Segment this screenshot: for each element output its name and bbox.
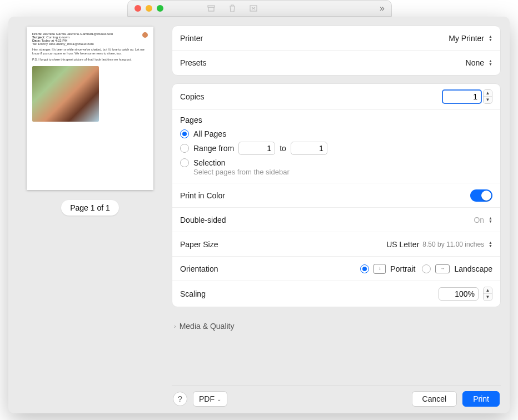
copies-step-down[interactable]: ▼ <box>484 97 492 103</box>
trash-icon <box>227 3 238 14</box>
printer-presets-card: Printer My Printer ▲▼ Presets None ▲▼ <box>172 26 501 76</box>
pages-section: Pages All Pages Range from to Selection <box>172 110 500 183</box>
popup-arrows-icon: ▲▼ <box>489 35 492 42</box>
copies-label: Copies <box>180 92 205 101</box>
preview-photo <box>32 66 99 122</box>
minimize-window-button[interactable] <box>146 5 152 12</box>
paper-size-label: Paper Size <box>180 240 218 249</box>
copies-stepper[interactable]: ▲ ▼ <box>442 89 492 104</box>
paper-size-value: US Letter <box>386 240 419 249</box>
help-button[interactable]: ? <box>173 392 187 406</box>
presets-label: Presets <box>180 58 206 67</box>
popup-arrows-icon: ▲▼ <box>489 59 492 66</box>
print-dialog-sheet: From: Jasmine Garcia Jasmine.Garcia01@ic… <box>8 17 510 413</box>
radio-unchecked-icon <box>422 264 431 273</box>
junk-icon <box>248 3 259 14</box>
pdf-label: PDF <box>199 394 215 403</box>
radio-unchecked-icon <box>180 144 189 153</box>
scaling-label: Scaling <box>180 289 206 298</box>
page-counter: Page 1 of 1 <box>61 200 119 216</box>
chevron-down-icon: ⌄ <box>217 396 221 402</box>
dialog-bottom-bar: ? PDF ⌄ Cancel Print <box>172 385 501 413</box>
print-button[interactable]: Print <box>462 391 500 407</box>
range-to-label: to <box>280 144 286 153</box>
scaling-step-down[interactable]: ▼ <box>484 294 492 301</box>
landscape-label: Landscape <box>454 264 492 273</box>
cancel-button[interactable]: Cancel <box>412 391 457 407</box>
chevron-right-icon: › <box>174 323 176 329</box>
zoom-window-button[interactable] <box>157 5 163 12</box>
archive-icon <box>206 3 217 14</box>
selection-option[interactable]: Selection <box>180 157 492 169</box>
avatar-icon <box>142 32 148 38</box>
radio-checked-icon <box>360 264 369 273</box>
all-pages-label: All Pages <box>193 129 226 138</box>
presets-popup[interactable]: None ▲▼ <box>466 58 492 67</box>
radio-unchecked-icon <box>180 158 189 167</box>
printer-popup[interactable]: My Printer ▲▼ <box>449 34 492 43</box>
range-from-input[interactable] <box>238 142 275 155</box>
radio-checked-icon <box>180 129 189 138</box>
svg-rect-1 <box>208 7 214 11</box>
range-from-label: Range from <box>193 144 234 153</box>
printer-label: Printer <box>180 34 203 43</box>
selection-label: Selection <box>193 158 226 167</box>
options-card: Copies ▲ ▼ Pages All Pages <box>172 83 501 307</box>
double-sided-popup[interactable]: On ▲▼ <box>474 216 492 224</box>
preview-page: From: Jasmine Garcia Jasmine.Garcia01@ic… <box>27 27 153 190</box>
preview-body-2: P.S. I forgot to share this great pictur… <box>32 58 148 62</box>
range-to-input[interactable] <box>291 142 327 155</box>
orientation-landscape-option[interactable]: ↔ Landscape <box>422 264 492 273</box>
portrait-icon: ↕ <box>373 264 386 274</box>
portrait-label: Portrait <box>390 264 415 273</box>
paper-dimensions: 8.50 by 11.00 inches <box>422 241 484 248</box>
scaling-step-up[interactable]: ▲ <box>484 287 492 294</box>
preview-panel: From: Jasmine Garcia Jasmine.Garcia01@ic… <box>8 17 172 413</box>
paper-size-popup[interactable]: US Letter 8.50 by 11.00 inches ▲▼ <box>386 240 492 249</box>
preview-to-label: To: <box>32 42 37 46</box>
pages-label: Pages <box>180 116 492 124</box>
orientation-portrait-option[interactable]: ↕ Portrait <box>360 264 415 274</box>
double-sided-label: Double-sided <box>180 216 226 224</box>
double-sided-value: On <box>474 216 484 224</box>
orientation-label: Orientation <box>180 264 218 273</box>
popup-arrows-icon: ▲▼ <box>489 241 492 248</box>
range-option[interactable]: Range from to <box>180 140 492 157</box>
close-window-button[interactable] <box>135 5 141 12</box>
traffic-lights <box>135 5 163 12</box>
copies-input[interactable] <box>442 89 482 104</box>
background-window-toolbar: » <box>127 0 392 17</box>
scaling-input[interactable] <box>439 287 479 301</box>
all-pages-option[interactable]: All Pages <box>180 128 492 140</box>
selection-hint: Select pages from the sidebar <box>193 168 492 176</box>
media-quality-label: Media & Quality <box>180 322 235 331</box>
popup-arrows-icon: ▲▼ <box>489 217 492 223</box>
print-options-panel: Printer My Printer ▲▼ Presets None ▲▼ Co… <box>172 17 510 413</box>
media-quality-disclosure[interactable]: › Media & Quality <box>172 315 501 335</box>
landscape-icon: ↔ <box>435 264 450 273</box>
pdf-menu-button[interactable]: PDF ⌄ <box>193 391 227 407</box>
presets-value: None <box>466 58 484 67</box>
copies-step-up[interactable]: ▲ <box>484 90 492 97</box>
print-color-toggle[interactable] <box>470 189 492 202</box>
preview-to-value: Danny Rico danny_rico1@icloud.com <box>38 42 94 46</box>
print-color-label: Print in Color <box>180 191 225 200</box>
preview-body-1: Hey, stranger. It's been a while since w… <box>32 48 148 56</box>
expand-toolbar-icon: » <box>380 3 385 13</box>
printer-value: My Printer <box>449 34 484 43</box>
